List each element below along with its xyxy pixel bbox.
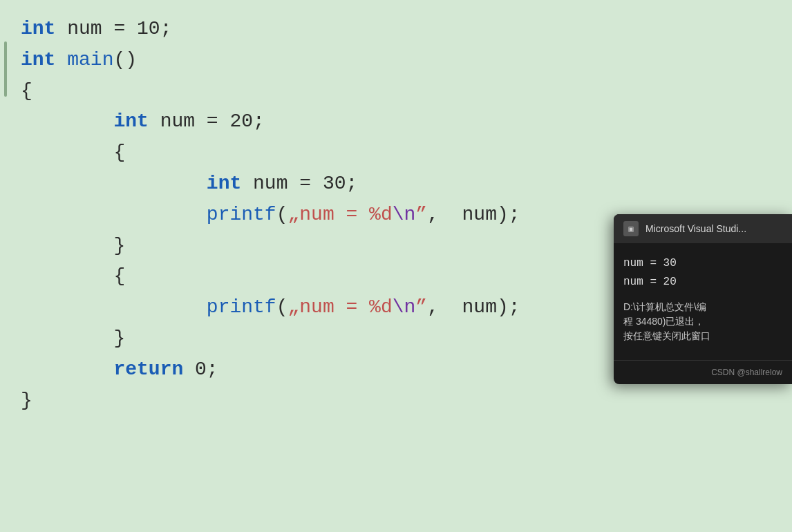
code-line-13: }	[21, 386, 771, 417]
code-line-6: int num = 30;	[21, 169, 771, 200]
terminal-title: Microsoft Visual Studi...	[645, 223, 746, 234]
code-line-3: {	[21, 76, 771, 107]
output-line-2: num = 20	[623, 273, 782, 292]
brace-close-1: }	[113, 231, 125, 262]
code-editor: int num = 10; int main() { int num = 20;…	[0, 0, 792, 532]
terminal-footer: CSDN @shallrelow	[614, 360, 792, 384]
func-printf-1: printf	[207, 200, 276, 231]
terminal-popup: ▣ Microsoft Visual Studi... num = 30 num…	[614, 214, 792, 384]
indent	[21, 323, 113, 354]
terminal-titlebar: ▣ Microsoft Visual Studi...	[614, 214, 792, 243]
scroll-bar-indicator	[4, 41, 7, 97]
terminal-app-icon: ▣	[623, 221, 639, 236]
escape-2: \n	[393, 292, 416, 323]
func-printf-2: printf	[207, 292, 276, 323]
paren-open-2: (	[276, 292, 288, 323]
code-text: num = 10;	[55, 14, 171, 45]
string-end-2: ”	[415, 292, 427, 323]
keyword-int: int	[21, 14, 55, 45]
indent	[21, 106, 113, 137]
terminal-body: num = 30 num = 20 D:\计算机总文件\编程 34480)已退出…	[614, 243, 792, 354]
app-icon-symbol: ▣	[628, 224, 633, 234]
code-text: ()	[113, 45, 137, 76]
string-1: „num = %d	[287, 200, 392, 231]
code-line-4: int num = 20;	[21, 106, 771, 137]
indent	[21, 231, 113, 262]
brace-open: {	[21, 76, 32, 107]
indent	[21, 137, 113, 169]
string-2: „num = %d	[287, 292, 392, 323]
brace-open-2: {	[113, 137, 125, 169]
escape-1: \n	[393, 200, 416, 231]
indent	[21, 292, 207, 323]
output-line-1: num = 30	[623, 254, 782, 273]
brace-close-2: }	[113, 323, 125, 354]
code-line-2: int main()	[21, 45, 771, 76]
indent	[21, 169, 207, 200]
terminal-info-text: D:\计算机总文件\编程 34480)已退出，按任意键关闭此窗口	[623, 300, 782, 343]
code-text	[55, 45, 67, 76]
code-text: num = 20;	[149, 106, 265, 137]
code-text: , num);	[427, 292, 520, 323]
code-text: 0;	[183, 354, 218, 386]
keyword-int-2: int	[21, 45, 55, 76]
code-line-5: {	[21, 137, 771, 169]
indent	[21, 200, 207, 231]
code-text: num = 30;	[241, 169, 357, 200]
string-end-1: ”	[415, 200, 427, 231]
indent	[21, 354, 113, 386]
paren-open: (	[276, 200, 288, 231]
code-text: , num);	[427, 200, 520, 231]
code-line-1: int num = 10;	[21, 14, 771, 45]
indent	[21, 261, 113, 292]
brace-close-main: }	[21, 386, 32, 417]
keyword-int-4: int	[207, 169, 241, 200]
keyword-return: return	[113, 354, 183, 386]
func-main: main	[67, 45, 113, 76]
keyword-int-3: int	[113, 106, 148, 137]
brace-open-3: {	[113, 261, 125, 292]
